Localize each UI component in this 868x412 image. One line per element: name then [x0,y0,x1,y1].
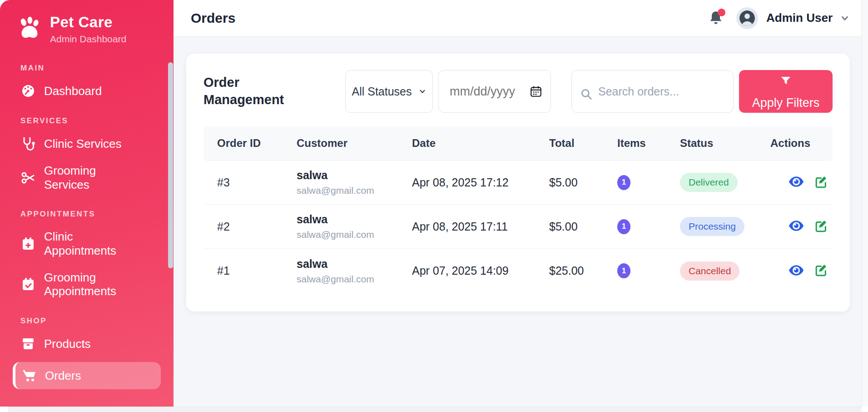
calendar-icon[interactable] [530,85,542,100]
customer-name: salwa [297,257,412,271]
sidebar-item-clinic-appointments[interactable]: Clinic Appointments [13,223,161,264]
table-header-row: Order ID Customer Date Total Items Statu… [203,126,833,161]
funnel-icon [780,75,791,90]
calendar-check-icon [21,277,35,291]
eye-icon [789,265,804,277]
status-filter-value: All Statuses [352,85,412,98]
sidebar-item-label: Orders [45,369,81,383]
col-header-date: Date [412,137,549,150]
sidebar-item-label: Clinic Services [44,137,122,151]
sidebar-item-products[interactable]: Products [13,330,161,357]
view-order-button[interactable] [789,220,804,233]
table-row: #3 salwa salwa@gmail.com Apr 08, 2025 17… [203,161,833,205]
order-total: $25.00 [549,264,617,277]
apply-filters-button[interactable]: Apply Filters [739,70,833,113]
scissors-icon [21,171,35,185]
status-badge: Cancelled [680,261,739,281]
table-row: #1 salwa salwa@gmail.com Apr 07, 2025 14… [203,249,833,293]
col-header-total: Total [549,137,617,150]
edit-order-button[interactable] [814,263,828,278]
sidebar-item-dashboard[interactable]: Dashboard [13,77,161,105]
avatar[interactable] [736,7,758,29]
section-label-shop: SHOP [20,317,161,326]
sidebar-scrollbar-thumb[interactable] [168,62,173,268]
page-title: Orders [191,10,235,26]
order-total: $5.00 [549,176,617,189]
calendar-plus-icon [21,236,35,251]
brand-name: Pet Care [50,14,126,31]
status-badge: Delivered [680,173,738,192]
order-date: Apr 07, 2025 14:09 [412,264,549,277]
box-icon [21,337,35,351]
items-count-badge: 1 [617,263,630,278]
stethoscope-icon [21,136,35,151]
apply-filters-label: Apply Filters [752,95,820,111]
view-order-button[interactable] [789,265,804,277]
sidebar-item-label: Products [44,337,91,351]
order-date: Apr 08, 2025 17:12 [412,176,549,189]
page-vertical-scrollbar[interactable] [862,0,868,407]
customer-email: salwa@gmail.com [297,185,412,196]
brand: Pet Care Admin Dashboard [0,0,174,49]
order-date: Apr 08, 2025 17:11 [412,220,549,233]
edit-icon [814,175,828,190]
status-filter-select[interactable]: All Statuses [345,70,433,113]
sidebar-item-orders[interactable]: Orders [13,362,161,389]
sidebar-item-grooming-services[interactable]: Grooming Services [13,157,161,198]
sidebar-item-grooming-appointments[interactable]: Grooming Appointments [13,264,161,305]
col-header-actions: Actions [770,137,833,150]
user-name[interactable]: Admin User [766,11,833,25]
view-order-button[interactable] [789,176,804,189]
edit-icon [814,263,828,278]
order-management-card: Order Management All Statuses [186,54,850,312]
order-id: #3 [203,176,297,189]
col-header-status: Status [680,137,770,150]
search-field [571,70,734,113]
col-header-customer: Customer [297,137,412,150]
status-badge: Processing [680,217,744,236]
eye-icon [789,220,804,233]
section-label-services: SERVICES [20,116,161,126]
sidebar-item-label: Grooming Appointments [44,271,140,298]
section-label-appointments: APPOINTMENTS [20,210,161,219]
page-horizontal-scrollbar[interactable] [8,407,862,412]
card-title: Order Management [203,74,308,108]
main-panel: Order Management All Statuses [174,36,862,407]
select-chevron-icon [418,87,427,95]
table-row: #2 salwa salwa@gmail.com Apr 08, 2025 17… [203,205,833,249]
customer-email: salwa@gmail.com [297,229,412,240]
customer-email: salwa@gmail.com [297,274,412,285]
chevron-down-icon[interactable] [840,13,850,23]
notifications-button[interactable] [708,10,724,26]
items-count-badge: 1 [617,175,630,190]
sidebar-item-clinic-services[interactable]: Clinic Services [13,130,161,157]
notification-dot [718,9,725,16]
customer-name: salwa [297,213,412,226]
top-header: Orders [174,0,862,36]
filter-bar: Order Management All Statuses [203,70,833,113]
sidebar-item-label: Dashboard [44,84,102,98]
bell-icon [708,20,724,28]
edit-order-button[interactable] [814,175,828,190]
search-icon [580,88,593,100]
customer-name: salwa [297,169,412,182]
edit-order-button[interactable] [814,219,828,234]
paw-icon [16,15,43,43]
gauge-icon [21,84,35,98]
items-count-badge: 1 [617,219,630,234]
col-header-order-id: Order ID [203,137,297,150]
search-input[interactable] [572,70,733,112]
edit-icon [814,219,828,234]
sidebar-item-label: Clinic Appointments [44,230,140,257]
order-total: $5.00 [549,220,617,233]
order-id: #1 [203,264,297,277]
sidebar-item-label: Grooming Services [44,164,140,191]
content-area: Orders [174,0,862,407]
date-filter-field [438,70,551,113]
orders-table: Order ID Customer Date Total Items Statu… [203,126,833,293]
sidebar-nav: MAIN Dashboard SERVICES [0,49,174,389]
section-label-main: MAIN [20,64,161,73]
order-id: #2 [203,220,297,233]
eye-icon [789,176,804,189]
sidebar: Pet Care Admin Dashboard MAIN Dashboard … [0,0,174,407]
